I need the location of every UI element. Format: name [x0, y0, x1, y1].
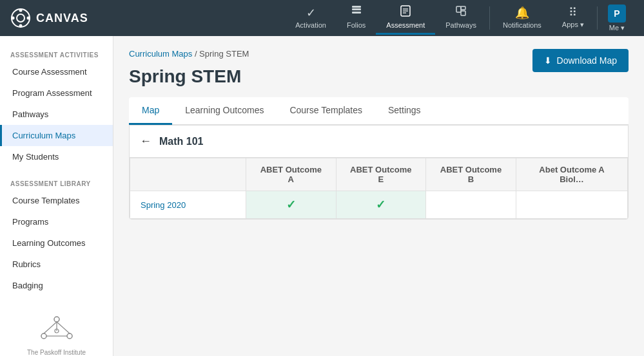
nav-items: ✓ Activation Folios Assessment Pathways …: [285, 1, 634, 36]
sidebar-item-my-students[interactable]: My Students: [0, 146, 113, 167]
col-header-abet-e: ABET Outcome E: [336, 158, 425, 191]
sidebar-item-rubrics[interactable]: Rubrics: [0, 254, 113, 275]
svg-point-16: [54, 317, 59, 322]
folios-icon: [351, 5, 362, 20]
nav-apps-label: Apps ▾: [562, 21, 584, 29]
svg-point-1: [17, 14, 24, 22]
paskoff-institute-label: The Paskoff Institute: [27, 349, 86, 356]
nav-activation-label: Activation: [295, 21, 326, 29]
col-header-abet-b: ABET Outcome B: [425, 158, 516, 191]
sidebar-item-course-assessment[interactable]: Course Assessment: [0, 61, 113, 82]
svg-rect-6: [352, 8, 361, 10]
download-label: Download Map: [557, 55, 617, 66]
sidebar-section-2-label: Assessment Library: [0, 175, 113, 190]
tab-settings[interactable]: Settings: [375, 97, 434, 125]
page-title: Spring STEM: [129, 66, 249, 87]
tab-learning-outcomes[interactable]: Learning Outcomes: [172, 97, 277, 125]
page-header-left: Curriculum Maps / Spring STEM Spring STE…: [129, 49, 249, 87]
tabs: Map Learning Outcomes Course Templates S…: [129, 97, 629, 125]
svg-rect-7: [352, 12, 361, 14]
data-table: ABET Outcome A ABET Outcome E ABET Outco…: [130, 158, 628, 219]
logo-text: CANVAS: [36, 12, 88, 25]
nav-folios[interactable]: Folios: [337, 1, 376, 35]
breadcrumb-parent[interactable]: Curriculum Maps: [129, 49, 192, 59]
nav-apps[interactable]: ⠿ Apps ▾: [552, 1, 594, 35]
me-avatar: P: [608, 5, 626, 23]
activation-icon: ✓: [306, 6, 316, 20]
sidebar-item-curriculum-maps[interactable]: Curriculum Maps: [0, 125, 113, 146]
sidebar-item-course-templates[interactable]: Course Templates: [0, 190, 113, 211]
cell-abet-b-spring: [425, 191, 516, 219]
sidebar-item-badging[interactable]: Badging: [0, 275, 113, 296]
sidebar-section-1-label: Assessment Activities: [0, 46, 113, 61]
check-abet-a: ✓: [286, 198, 296, 211]
table-card: ← Math 101 ABET Outcome A ABET Outcome E…: [129, 125, 629, 220]
table-title: Math 101: [159, 136, 203, 147]
canvas-logo[interactable]: CANVAS: [10, 8, 88, 28]
cell-abet-a-spring: ✓: [246, 191, 337, 219]
paskoff-logo-icon: [37, 306, 76, 345]
sidebar-item-pathways[interactable]: Pathways: [0, 104, 113, 125]
nav-divider-2: [597, 6, 598, 30]
tab-map[interactable]: Map: [129, 97, 172, 125]
svg-point-2: [19, 9, 23, 12]
nav-pathways[interactable]: Pathways: [435, 1, 487, 35]
tab-course-templates[interactable]: Course Templates: [277, 97, 375, 125]
sidebar-item-learning-outcomes[interactable]: Learning Outcomes: [0, 232, 113, 254]
svg-point-4: [19, 24, 23, 28]
svg-point-3: [27, 17, 30, 20]
nav-divider: [489, 6, 490, 30]
col-header-empty: [130, 158, 246, 191]
me-label: Me ▾: [609, 24, 625, 32]
page-header: Curriculum Maps / Spring STEM Spring STE…: [129, 49, 629, 87]
apps-icon: ⠿: [569, 5, 577, 19]
cell-abet-biol-spring: [516, 191, 628, 219]
table-header-row-cols: ABET Outcome A ABET Outcome E ABET Outco…: [130, 158, 628, 191]
svg-point-18: [67, 333, 72, 339]
breadcrumb-current: Spring STEM: [199, 49, 249, 59]
table-row: Spring 2020 ✓ ✓: [130, 191, 628, 219]
check-abet-e: ✓: [376, 198, 385, 211]
breadcrumb: Curriculum Maps / Spring STEM: [129, 49, 249, 59]
sidebar-item-program-assessment[interactable]: Program Assessment: [0, 82, 113, 104]
nav-pathways-label: Pathways: [445, 21, 476, 29]
nav-folios-label: Folios: [347, 21, 366, 29]
nav-activation[interactable]: ✓ Activation: [285, 2, 337, 35]
download-icon: ⬇: [544, 55, 552, 66]
nav-assessment[interactable]: Assessment: [376, 1, 435, 35]
download-map-button[interactable]: ⬇ Download Map: [532, 49, 629, 72]
col-header-abet-biol: Abet Outcome A Biol…: [516, 158, 628, 191]
cell-abet-e-spring: ✓: [336, 191, 425, 219]
svg-rect-8: [352, 6, 361, 8]
svg-rect-15: [461, 11, 465, 15]
app-layout: Assessment Activities Course Assessment …: [0, 36, 644, 356]
spring-2020-link[interactable]: Spring 2020: [141, 200, 186, 210]
nav-me[interactable]: P Me ▾: [600, 1, 634, 36]
nav-notifications-label: Notifications: [503, 21, 542, 29]
svg-rect-14: [461, 6, 465, 10]
sidebar-footer: The Paskoff Institute: [0, 296, 113, 356]
back-button[interactable]: ←: [140, 135, 151, 148]
assessment-icon: [400, 5, 411, 20]
notifications-icon: 🔔: [515, 6, 529, 20]
nav-assessment-label: Assessment: [386, 21, 425, 29]
sidebar-item-programs[interactable]: Programs: [0, 211, 113, 232]
svg-rect-13: [456, 6, 461, 12]
sidebar: Assessment Activities Course Assessment …: [0, 36, 113, 356]
pathways-icon: [455, 5, 467, 20]
svg-point-17: [41, 333, 46, 339]
top-nav: CANVAS ✓ Activation Folios Assessment Pa…: [0, 0, 644, 36]
row-label-spring-2020: Spring 2020: [130, 191, 246, 219]
nav-notifications[interactable]: 🔔 Notifications: [493, 2, 552, 35]
col-header-abet-a: ABET Outcome A: [246, 158, 337, 191]
svg-point-5: [12, 17, 15, 20]
table-header-row: ← Math 101: [130, 126, 628, 158]
main-content: Curriculum Maps / Spring STEM Spring STE…: [113, 36, 644, 356]
